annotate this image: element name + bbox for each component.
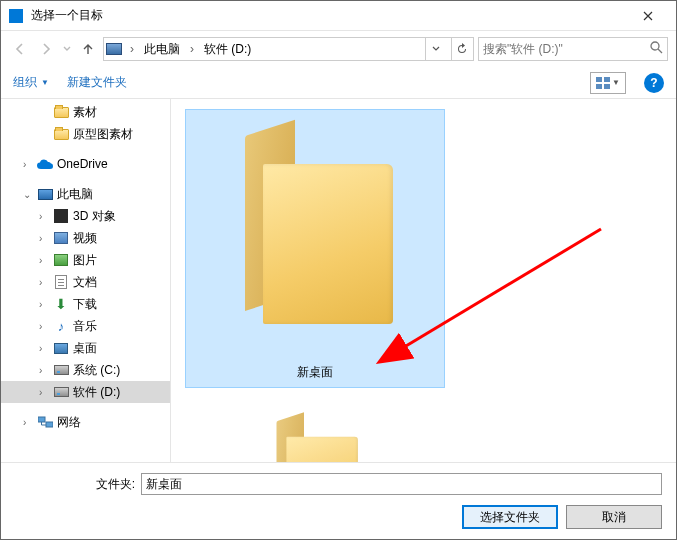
content-pane[interactable]: 新桌面 bbox=[171, 99, 676, 462]
chevron-down-icon: ▼ bbox=[41, 78, 49, 87]
app-icon bbox=[9, 9, 23, 23]
folder-path-row: 文件夹: bbox=[15, 473, 662, 495]
folder-label: 文件夹: bbox=[15, 476, 135, 493]
sidebar-item-label: 视频 bbox=[73, 230, 97, 247]
drive-icon bbox=[54, 365, 69, 375]
folder-icon bbox=[225, 136, 405, 346]
svg-rect-3 bbox=[596, 84, 602, 89]
refresh-button[interactable] bbox=[451, 38, 471, 60]
search-input[interactable] bbox=[483, 42, 650, 56]
sidebar-item-desktop[interactable]: ›桌面 bbox=[1, 337, 170, 359]
network-icon bbox=[37, 414, 53, 430]
sidebar-item-pc[interactable]: ⌄此电脑 bbox=[1, 183, 170, 205]
3d-icon bbox=[54, 209, 68, 223]
search-icon bbox=[650, 41, 663, 57]
onedrive-icon bbox=[37, 156, 53, 172]
sidebar-item-label: 原型图素材 bbox=[73, 126, 133, 143]
folder-item[interactable] bbox=[185, 408, 445, 462]
view-mode-button[interactable]: ▼ bbox=[590, 72, 626, 94]
sidebar-item-label: 3D 对象 bbox=[73, 208, 116, 225]
sidebar-item-softd[interactable]: ›软件 (D:) bbox=[1, 381, 170, 403]
picture-icon bbox=[54, 254, 68, 266]
organize-menu[interactable]: 组织 ▼ bbox=[13, 74, 49, 91]
folder-path-input[interactable] bbox=[141, 473, 662, 495]
search-box[interactable] bbox=[478, 37, 668, 61]
address-bar[interactable]: › 此电脑 › 软件 (D:) bbox=[103, 37, 474, 61]
nav-recent-dropdown[interactable] bbox=[61, 38, 73, 60]
sidebar-item-label: 下载 bbox=[73, 296, 97, 313]
pc-icon bbox=[106, 43, 122, 55]
window-title: 选择一个目标 bbox=[31, 7, 628, 24]
nav-back-button[interactable] bbox=[9, 38, 31, 60]
button-label: 选择文件夹 bbox=[480, 509, 540, 526]
breadcrumb-sep: › bbox=[188, 42, 196, 56]
svg-point-0 bbox=[651, 42, 659, 50]
nav-forward-button[interactable] bbox=[35, 38, 57, 60]
sidebar-item-label: 系统 (C:) bbox=[73, 362, 120, 379]
sidebar-item-label: 音乐 bbox=[73, 318, 97, 335]
sidebar-item-label: 桌面 bbox=[73, 340, 97, 357]
sidebar-item-video[interactable]: ›视频 bbox=[1, 227, 170, 249]
svg-rect-6 bbox=[46, 422, 53, 427]
sidebar-item-label: 此电脑 bbox=[57, 186, 93, 203]
sidebar-item-3d[interactable]: ›3D 对象 bbox=[1, 205, 170, 227]
video-icon bbox=[54, 232, 68, 244]
nav-up-button[interactable] bbox=[77, 38, 99, 60]
breadcrumb-pc[interactable]: 此电脑 bbox=[142, 39, 182, 60]
navbar: › 此电脑 › 软件 (D:) bbox=[1, 31, 676, 67]
close-button[interactable] bbox=[628, 1, 668, 30]
sidebar-item-label: 软件 (D:) bbox=[73, 384, 120, 401]
toolbar: 组织 ▼ 新建文件夹 ▼ ? bbox=[1, 67, 676, 99]
download-icon: ⬇ bbox=[53, 296, 69, 312]
folder-picker-dialog: 选择一个目标 › 此电脑 › 软件 (D:) bbox=[0, 0, 677, 540]
svg-rect-1 bbox=[596, 77, 602, 82]
sidebar-item-music[interactable]: ›♪音乐 bbox=[1, 315, 170, 337]
folder-item-selected[interactable]: 新桌面 bbox=[185, 109, 445, 388]
body: 素材 原型图素材 ›OneDrive ⌄此电脑 ›3D 对象 ›视频 ›图片 ›… bbox=[1, 99, 676, 462]
folder-icon bbox=[266, 421, 365, 462]
sidebar-item-label: 文档 bbox=[73, 274, 97, 291]
desktop-icon bbox=[54, 343, 68, 354]
sidebar-item-label: 素材 bbox=[73, 104, 97, 121]
drive-icon bbox=[54, 387, 69, 397]
svg-rect-5 bbox=[38, 417, 45, 422]
sidebar-item-sysc[interactable]: ›系统 (C:) bbox=[1, 359, 170, 381]
music-icon: ♪ bbox=[53, 318, 69, 334]
pc-icon bbox=[38, 189, 53, 200]
breadcrumb-sep: › bbox=[128, 42, 136, 56]
sidebar[interactable]: 素材 原型图素材 ›OneDrive ⌄此电脑 ›3D 对象 ›视频 ›图片 ›… bbox=[1, 99, 171, 462]
new-folder-button[interactable]: 新建文件夹 bbox=[67, 74, 127, 91]
titlebar: 选择一个目标 bbox=[1, 1, 676, 31]
sidebar-item-label: OneDrive bbox=[57, 157, 108, 171]
sidebar-item-onedrive[interactable]: ›OneDrive bbox=[1, 153, 170, 175]
sidebar-item-label: 图片 bbox=[73, 252, 97, 269]
folder-item-label: 新桌面 bbox=[297, 364, 333, 381]
organize-label: 组织 bbox=[13, 74, 37, 91]
sidebar-item-label: 网络 bbox=[57, 414, 81, 431]
breadcrumb-drive[interactable]: 软件 (D:) bbox=[202, 39, 253, 60]
button-row: 选择文件夹 取消 bbox=[15, 505, 662, 529]
svg-rect-4 bbox=[604, 84, 610, 89]
button-label: 取消 bbox=[602, 509, 626, 526]
sidebar-item-sucai[interactable]: 素材 bbox=[1, 101, 170, 123]
select-folder-button[interactable]: 选择文件夹 bbox=[462, 505, 558, 529]
svg-rect-2 bbox=[604, 77, 610, 82]
sidebar-item-network[interactable]: ›网络 bbox=[1, 411, 170, 433]
sidebar-item-pic[interactable]: ›图片 bbox=[1, 249, 170, 271]
document-icon bbox=[55, 275, 67, 289]
sidebar-item-download[interactable]: ›⬇下载 bbox=[1, 293, 170, 315]
help-button[interactable]: ? bbox=[644, 73, 664, 93]
cancel-button[interactable]: 取消 bbox=[566, 505, 662, 529]
sidebar-item-doc[interactable]: ›文档 bbox=[1, 271, 170, 293]
sidebar-item-proto[interactable]: 原型图素材 bbox=[1, 123, 170, 145]
new-folder-label: 新建文件夹 bbox=[67, 74, 127, 91]
address-dropdown[interactable] bbox=[425, 38, 445, 60]
footer: 文件夹: 选择文件夹 取消 bbox=[1, 462, 676, 539]
